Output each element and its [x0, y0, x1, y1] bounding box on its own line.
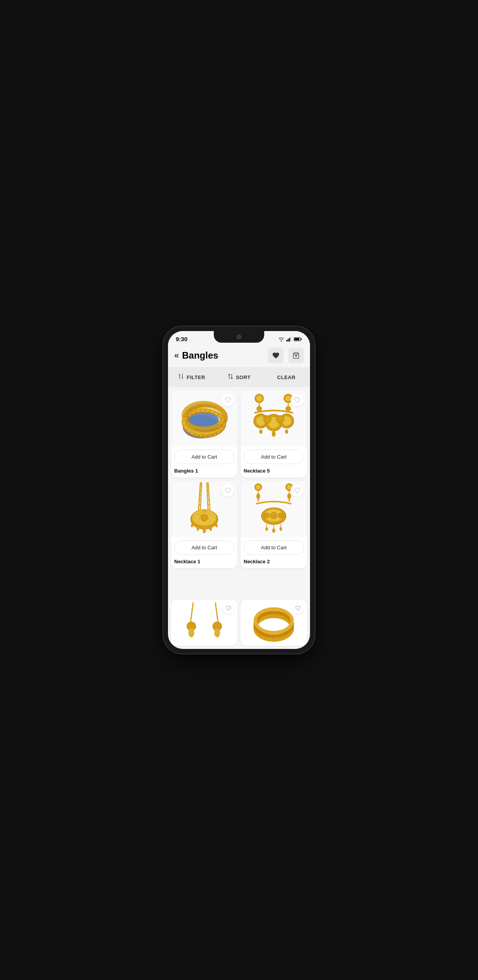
product-name-4: Necklace 2 — [241, 558, 307, 568]
header-right — [268, 348, 304, 363]
svg-point-10 — [182, 377, 183, 378]
add-to-cart-button-2[interactable]: Add to Cart — [244, 450, 304, 464]
clear-label: CLEAR — [277, 374, 295, 380]
svg-point-40 — [259, 429, 262, 434]
product-image-container-4 — [241, 481, 307, 537]
svg-point-49 — [199, 499, 201, 501]
svg-rect-0 — [286, 340, 287, 342]
clear-button[interactable]: CLEAR — [263, 369, 310, 385]
svg-point-69 — [215, 524, 218, 527]
wishlist-button-1[interactable] — [221, 393, 234, 407]
filter-icon — [178, 373, 184, 381]
wishlist-button-6[interactable] — [292, 602, 304, 614]
svg-point-82 — [264, 513, 269, 518]
status-time: 9:30 — [176, 336, 187, 342]
filter-bar: FILTER SORT CLEAR — [168, 367, 310, 387]
svg-point-93 — [189, 628, 194, 637]
svg-point-54 — [207, 499, 209, 501]
sort-arrows-icon — [227, 373, 234, 380]
svg-point-84 — [278, 513, 283, 518]
svg-line-91 — [190, 602, 193, 625]
product-name-2: Necklace 5 — [241, 467, 307, 478]
product-card-2: Add to Cart Necklace 5 — [241, 390, 307, 478]
signal-icon — [286, 337, 292, 342]
svg-point-29 — [286, 406, 291, 411]
svg-rect-2 — [289, 338, 290, 342]
wishlist-button-5[interactable] — [223, 602, 234, 614]
cart-icon-btn[interactable] — [288, 348, 304, 363]
svg-point-23 — [256, 395, 262, 401]
filter-button[interactable]: FILTER — [168, 369, 215, 385]
svg-point-41 — [285, 429, 288, 434]
svg-point-86 — [265, 527, 268, 531]
heart-outline-icon-6 — [295, 606, 301, 611]
svg-point-83 — [270, 512, 277, 519]
partial-card-1 — [171, 599, 237, 646]
heart-outline-icon-5 — [226, 606, 231, 611]
svg-point-63 — [201, 515, 208, 521]
partial-product-row — [168, 599, 310, 649]
product-name-1: Bangles 1 — [171, 467, 237, 478]
add-to-cart-button-3[interactable]: Add to Cart — [174, 540, 234, 555]
header-left: « Bangles — [174, 350, 218, 361]
partial-card-2 — [241, 599, 307, 646]
svg-point-37 — [276, 416, 284, 423]
svg-point-52 — [207, 490, 209, 492]
product-card-1: Add to Cart Bangles 1 — [171, 390, 237, 478]
cart-icon — [292, 352, 300, 359]
product-name-3: Necklace 1 — [171, 558, 237, 568]
svg-point-90 — [279, 527, 282, 531]
svg-point-67 — [210, 527, 212, 531]
add-to-cart-button-1[interactable]: Add to Cart — [174, 450, 234, 464]
svg-point-48 — [199, 494, 201, 496]
svg-rect-1 — [288, 339, 289, 342]
page-title: Bangles — [182, 350, 218, 361]
heart-outline-icon-4 — [294, 487, 300, 493]
svg-point-73 — [256, 493, 260, 499]
heart-outline-icon-2 — [294, 397, 300, 403]
wishlist-icon-btn[interactable] — [268, 348, 284, 363]
svg-rect-3 — [291, 337, 292, 342]
svg-point-25 — [256, 406, 262, 411]
sort-icon — [227, 373, 234, 381]
svg-point-46 — [199, 485, 201, 487]
svg-point-78 — [287, 493, 291, 499]
svg-point-50 — [199, 504, 201, 506]
filter-lines-icon — [178, 373, 184, 380]
svg-rect-5 — [301, 338, 302, 340]
svg-point-51 — [207, 485, 209, 487]
battery-icon — [294, 337, 302, 342]
back-button[interactable]: « — [174, 351, 179, 360]
sort-button[interactable]: SORT — [215, 369, 263, 385]
wishlist-button-2[interactable] — [291, 393, 304, 407]
svg-point-88 — [272, 528, 275, 533]
heart-outline-icon-3 — [225, 487, 231, 493]
heart-icon — [272, 352, 280, 359]
svg-point-55 — [207, 504, 209, 506]
svg-line-94 — [215, 602, 218, 625]
product-image-container-3 — [171, 481, 237, 537]
svg-point-74 — [257, 499, 259, 502]
product-card-4: Add to Cart Necklace 2 — [241, 481, 307, 568]
filter-label: FILTER — [187, 374, 205, 380]
wifi-icon — [278, 337, 284, 342]
svg-point-7 — [179, 374, 180, 376]
header: « Bangles — [168, 344, 310, 367]
product-card-3: Add to Cart Necklace 1 — [171, 481, 237, 568]
svg-point-68 — [191, 524, 193, 527]
svg-point-36 — [263, 416, 271, 423]
product-image-container-1 — [171, 390, 237, 447]
svg-point-79 — [288, 499, 290, 502]
svg-point-47 — [199, 490, 201, 492]
add-to-cart-button-4[interactable]: Add to Cart — [244, 540, 304, 555]
product-image-container-2 — [241, 390, 307, 447]
sort-label: SORT — [236, 374, 251, 380]
svg-point-53 — [207, 494, 209, 496]
status-icons — [278, 337, 302, 342]
heart-outline-icon-1 — [225, 397, 231, 403]
svg-point-71 — [256, 485, 261, 490]
svg-point-96 — [214, 628, 220, 637]
svg-rect-6 — [294, 338, 300, 340]
product-grid: Add to Cart Bangles 1 — [168, 387, 310, 599]
svg-point-66 — [197, 527, 199, 531]
